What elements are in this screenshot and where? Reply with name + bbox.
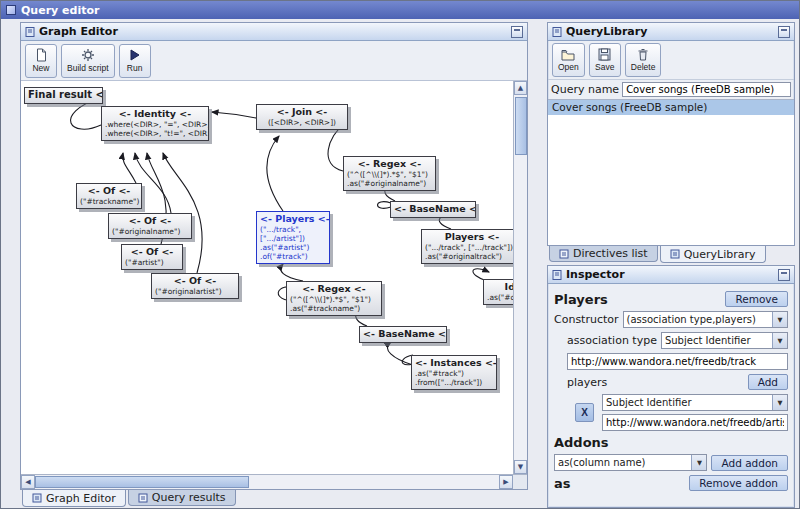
graph-node-of-originalartist[interactable]: <- Of <- ("#originalartist") [151,273,239,299]
query-list-item[interactable]: Cover songs (FreeDB sample) [548,100,794,115]
inspector-title: Inspector [566,268,625,281]
tab-results-icon [138,493,148,503]
floppy-disk-icon [598,48,611,61]
gear-icon [81,48,95,62]
constructor-label: Constructor [554,313,619,326]
tab-directives-list[interactable]: Directives list [549,246,658,262]
graph-node-regex-originalname[interactable]: <- Regex <- ("^([^\\(]*).*$", "$1") .as(… [343,156,436,191]
association-type-url-row [567,353,788,370]
run-button[interactable]: Run [119,44,151,78]
vertical-scroll-track[interactable] [514,155,527,460]
chevron-down-icon: ▼ [772,312,787,327]
query-name-label: Query name [551,83,619,96]
maximize-button[interactable] [511,26,523,38]
trash-icon [637,48,649,61]
graph-node-regex-trackname[interactable]: <- Regex <- ("^([^\\(]*).*$", "$1") .as(… [286,281,382,316]
build-script-button[interactable]: Build script [61,44,115,78]
graph-node-join[interactable]: <- Join <- ([<DIR>, <DIR>]) [256,104,348,130]
chevron-down-icon: ▼ [772,333,787,348]
app-icon [6,5,16,15]
remove-player-button[interactable]: X [575,403,594,422]
new-button[interactable]: New [25,44,57,78]
new-document-icon [35,48,48,62]
scroll-down-button[interactable]: ▼ [514,460,527,474]
horizontal-scroll-thumb[interactable] [35,476,249,488]
graph-node-of-originalname[interactable]: <- Of <- ("#originalname") [108,213,192,239]
tab-query-library[interactable]: QueryLibrary [660,246,766,263]
query-library-title: QueryLibrary [566,25,647,38]
players-label: players [567,376,607,389]
window-titlebar[interactable]: Query editor [1,1,799,19]
association-type-url-input[interactable] [567,353,788,370]
graph-node-of-artist[interactable]: <- Of <- ("#artist") [121,244,183,270]
graph-node-identity[interactable]: <- Identity <- .where(<DIR>, "=", <DIR>)… [101,106,209,141]
as-heading: as [554,476,571,491]
as-addon-row: as Remove addon [554,475,788,491]
query-name-row: Query name [548,80,794,99]
tab-graph-editor[interactable]: Graph Editor [22,490,126,507]
graph-node-basename-lower[interactable]: <- BaseName <- [359,326,447,343]
tab-library-icon [670,249,680,259]
graph-node-instances[interactable]: <- Instances <- .as("#track") .from(["..… [411,355,497,390]
frame-icon [552,270,562,280]
maximize-button[interactable] [778,26,790,38]
frame-icon [552,27,562,37]
remove-button[interactable]: Remove [725,291,788,307]
graph-canvas[interactable]: Final result <- <- Identity <- .where(<D… [21,81,513,474]
vertical-scrollbar[interactable]: ▲ ▼ [513,81,527,474]
graph-node-identity-partial[interactable]: Ide .as("#or [483,279,513,305]
horizontal-scrollbar-row: ◀ ▶ [21,474,527,489]
players-row: players Add [567,374,788,390]
desktop: Graph Editor New Build script Run [1,19,799,508]
scroll-right-button[interactable]: ▶ [499,475,513,489]
player-type-combobox[interactable]: Subject Identifier ▼ [602,394,788,411]
query-library-titlebar[interactable]: QueryLibrary [548,23,794,41]
addon-combobox[interactable]: as(column name) ▼ [554,454,707,471]
query-library-toolbar: Open Save Delete [548,41,794,80]
graph-node-final-result[interactable]: Final result <- [24,87,103,104]
graph-editor-frame: Graph Editor New Build script Run [20,22,528,490]
constructor-combobox[interactable]: (association type,players) ▼ [623,311,788,328]
graph-node-basename-upper[interactable]: <- BaseName <- [390,201,476,218]
inspector-heading-row: Players Remove [554,291,788,307]
graph-node-players-originaltrack[interactable]: Players <- (".../track", [".../track"]) … [421,229,513,264]
add-addon-button[interactable]: Add addon [711,455,788,471]
graph-editor-body: Final result <- <- Identity <- .where(<D… [21,81,527,474]
query-editor-window: Query editor Graph Editor New Build scri… [0,0,800,509]
chevron-down-icon: ▼ [772,395,787,410]
query-list[interactable]: Cover songs (FreeDB sample) [548,99,794,245]
directive-heading: Players [554,292,608,307]
addons-heading: Addons [554,435,609,450]
chevron-down-icon: ▼ [691,455,706,470]
addon-select-row: as(column name) ▼ Add addon [554,454,788,471]
graph-node-of-trackname[interactable]: <- Of <- ("#trackname") [76,183,142,209]
scrollbar-corner [513,475,527,489]
maximize-button[interactable] [778,269,790,281]
delete-button[interactable]: Delete [625,43,662,77]
query-library-tabrow: Directives list QueryLibrary [549,246,766,263]
folder-open-icon [561,49,575,61]
add-button[interactable]: Add [748,374,788,390]
graph-editor-titlebar[interactable]: Graph Editor [21,23,527,41]
scroll-up-button[interactable]: ▲ [514,81,527,95]
vertical-scroll-thumb[interactable] [515,97,527,155]
inspector-titlebar[interactable]: Inspector [548,266,794,284]
player-entry: X Subject Identifier ▼ [575,394,788,431]
tab-graph-icon [32,493,42,503]
graph-editor-toolbar: New Build script Run [21,41,527,81]
horizontal-scroll-track[interactable] [249,475,499,489]
horizontal-scrollbar[interactable]: ◀ ▶ [21,475,513,489]
graph-node-players-selected[interactable]: <- Players <- (".../track", [".../artist… [256,211,330,264]
inspector-frame: Inspector Players Remove Constructor (as… [547,265,795,508]
query-name-input[interactable] [622,82,791,97]
player-url-input[interactable] [602,414,788,431]
open-button[interactable]: Open [552,43,585,77]
remove-addon-button[interactable]: Remove addon [689,475,788,491]
inspector-body: Players Remove Constructor (association … [548,284,794,507]
save-button[interactable]: Save [589,43,621,77]
tab-query-results[interactable]: Query results [128,490,236,506]
association-type-combobox[interactable]: Subject Identifier ▼ [661,332,788,349]
tab-directives-icon [559,249,569,259]
scroll-left-button[interactable]: ◀ [21,475,35,489]
query-library-frame: QueryLibrary Open Save Delete [547,22,795,246]
